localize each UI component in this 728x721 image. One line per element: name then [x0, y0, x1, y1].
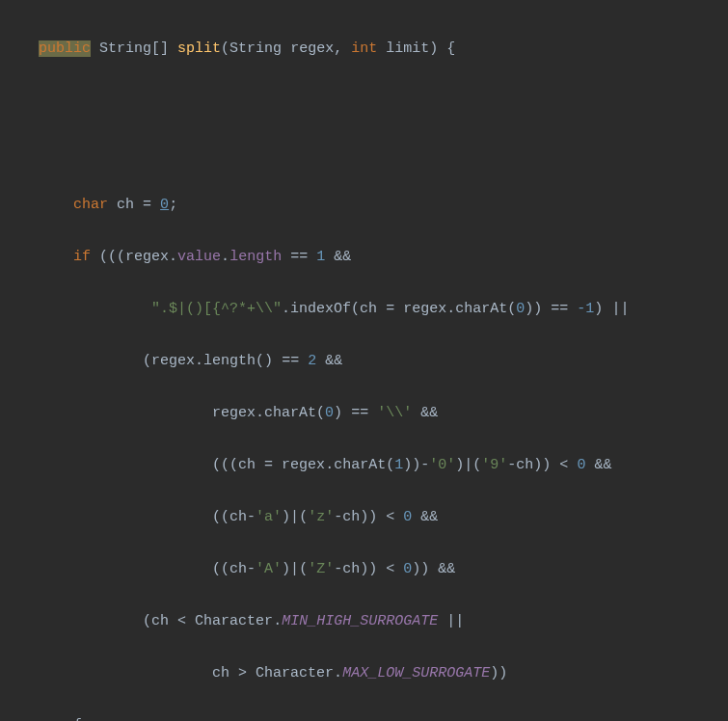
operator: | [464, 457, 472, 473]
char-literal: '9' [481, 457, 507, 473]
dot: . [195, 353, 203, 369]
paren: ((( [212, 457, 238, 473]
brace: { [73, 717, 82, 721]
operator: && [594, 457, 611, 473]
dot: . [446, 301, 455, 317]
code-line[interactable]: ((ch-'A')|('Z'-ch)) < 0)) && [39, 556, 728, 582]
code-line[interactable]: if (((regex.value.length == 1 && [39, 244, 728, 270]
number: 2 [308, 353, 316, 369]
paren: ( [386, 457, 394, 473]
operator: && [325, 353, 342, 369]
operator: - [334, 509, 342, 525]
paren: ( [143, 353, 151, 369]
code-line[interactable]: ch > Character.MAX_LOW_SURROGATE)) [39, 660, 728, 686]
method: charAt [334, 457, 386, 473]
constant: MIN_HIGH_SURROGATE [282, 613, 438, 629]
code-line-empty[interactable] [39, 88, 728, 114]
operator: < [386, 509, 394, 525]
param-type: String [229, 40, 282, 57]
brace: { [446, 40, 455, 57]
method-name: split [177, 40, 221, 57]
class-name: Character [195, 613, 273, 629]
var: ch [229, 561, 247, 577]
var: ch [151, 613, 169, 629]
paren: )) [360, 561, 377, 577]
number: - [577, 301, 585, 317]
operator: > [238, 665, 247, 681]
code-line[interactable]: regex.charAt(0) == '\\' && [39, 400, 728, 426]
operator: < [386, 561, 394, 577]
char-literal: 'A' [256, 561, 282, 577]
constant: MAX_LOW_SURROGATE [342, 665, 490, 681]
operator: && [420, 509, 438, 525]
keyword-char: char [73, 197, 108, 213]
brackets: [] [151, 40, 169, 57]
operator: | [290, 509, 299, 525]
var-regex: regex [403, 301, 446, 317]
operator: == [551, 301, 568, 317]
var-regex: regex [212, 405, 256, 421]
field-length: length [229, 249, 282, 265]
paren: ( [143, 613, 151, 629]
keyword-if: if [73, 249, 91, 265]
dot: . [334, 665, 342, 681]
operator: < [559, 457, 568, 473]
code-line-empty[interactable] [39, 140, 728, 166]
number: 1 [316, 249, 325, 265]
operator: || [446, 613, 464, 629]
operator: == [290, 249, 308, 265]
code-editor[interactable]: public String[] split(String regex, int … [39, 10, 728, 721]
number: 0 [325, 405, 334, 421]
var: ch [229, 509, 247, 525]
paren: )) [525, 301, 542, 317]
code-line[interactable]: (regex.length() == 2 && [39, 348, 728, 374]
number: 0 [160, 197, 169, 213]
comma: , [334, 40, 342, 57]
char-literal: 'a' [256, 509, 282, 525]
code-line[interactable]: ".$|()[{^?*+\\".indexOf(ch = regex.charA… [39, 296, 728, 322]
code-line[interactable]: char ch = 0; [39, 192, 728, 218]
operator: = [264, 457, 273, 473]
paren: )) [490, 665, 507, 681]
dot: . [169, 249, 177, 265]
var: ch [238, 457, 256, 473]
paren: ) [282, 561, 290, 577]
var-ch: ch [117, 197, 134, 213]
paren: ( [299, 561, 308, 577]
param-name: regex [290, 40, 334, 57]
code-line[interactable]: { [39, 712, 728, 721]
char-literal: 'z' [308, 509, 334, 525]
operator: - [420, 457, 429, 473]
dot: . [325, 457, 334, 473]
paren: ) [334, 405, 342, 421]
var: ch [212, 665, 229, 681]
code-line[interactable]: public String[] split(String regex, int … [39, 36, 728, 62]
string-literal: '\\' [377, 405, 412, 421]
var: ch [342, 561, 360, 577]
operator: - [247, 509, 256, 525]
paren: ) [455, 457, 464, 473]
paren: )) [360, 509, 377, 525]
operator: - [507, 457, 516, 473]
code-line[interactable]: ((ch-'a')|('z'-ch)) < 0 && [39, 504, 728, 530]
var: ch [342, 509, 360, 525]
paren: ( [507, 301, 516, 317]
type-string: String [99, 40, 151, 57]
char-literal: '0' [429, 457, 455, 473]
code-line[interactable]: (ch < Character.MIN_HIGH_SURROGATE || [39, 608, 728, 634]
string-literal: ".$|()[{^?*+\\" [151, 301, 282, 317]
dot: . [282, 301, 290, 317]
paren: ( [351, 301, 360, 317]
dot: . [256, 405, 264, 421]
paren: ) [282, 509, 290, 525]
code-line[interactable]: (((ch = regex.charAt(1))-'0')|('9'-ch)) … [39, 452, 728, 478]
class-name: Character [256, 665, 334, 681]
var-regex: regex [282, 457, 325, 473]
paren: ( [299, 509, 308, 525]
operator: - [247, 561, 256, 577]
method: charAt [264, 405, 316, 421]
operator: && [438, 561, 455, 577]
operator: && [334, 249, 351, 265]
var-regex: regex [125, 249, 169, 265]
parens: () [256, 353, 273, 369]
